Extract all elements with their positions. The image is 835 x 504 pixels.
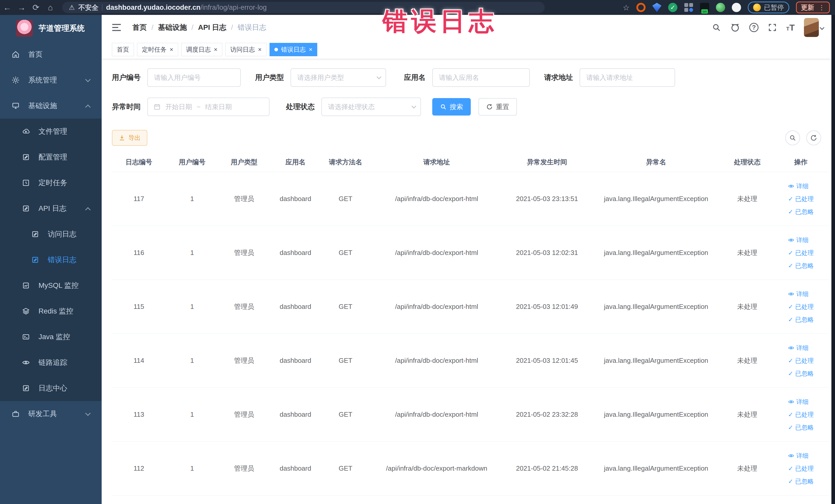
tab-home[interactable]: 首页 [112,43,134,56]
extension-icon-shield[interactable] [652,3,661,12]
mark-ignored-link[interactable]: ✓已忽略 [788,316,814,324]
start-date-placeholder[interactable]: 开始日期 [165,102,192,112]
extension-icon-paw[interactable] [732,3,741,12]
url-text[interactable]: dashboard.yudao.iocoder.cn/infra/log/api… [106,4,267,12]
close-icon[interactable]: × [170,46,173,53]
address-bar[interactable]: ⚠ 不安全 dashboard.yudao.iocoder.cn/infra/l… [62,2,545,13]
close-icon[interactable]: × [214,46,218,53]
avatar[interactable] [804,18,824,37]
sidebar-item-home[interactable]: 首页 [0,42,102,67]
home-icon[interactable]: ⌂ [43,3,58,12]
mark-ignored-link[interactable]: ✓已忽略 [788,423,814,431]
extension-icon-check[interactable]: ✓ [668,3,677,12]
sidebar-item-devtool[interactable]: 研发工具 [0,401,102,427]
sidebar-item-infra[interactable]: 基础设施 [0,93,102,119]
detail-link[interactable]: 详细 [788,451,809,460]
detail-link[interactable]: 详细 [788,398,809,406]
sidebar-item-redis[interactable]: Redis 监控 [0,298,102,324]
cell-app: dashboard [270,357,321,365]
cell-status: 未处理 [721,194,773,203]
sidebar-item-config[interactable]: 配置管理 [0,144,102,170]
detail-link[interactable]: 详细 [788,290,809,298]
bookmark-star-icon[interactable]: ☆ [623,3,630,12]
sidebar-item-label: Java 监控 [39,332,70,342]
sidebar-item-java[interactable]: Java 监控 [0,324,102,350]
sidebar-item-system[interactable]: 系统管理 [0,67,102,93]
sidebar-item-api-log[interactable]: API 日志 [0,196,102,221]
extensions-grid-icon[interactable] [684,3,693,12]
tab-error-log[interactable]: 错误日志 × [269,43,317,56]
github-icon[interactable] [730,23,740,32]
search-button[interactable]: 搜索 [432,98,471,116]
sidebar-item-job[interactable]: 定时任务 [0,170,102,196]
app-logo-row[interactable]: 芋道管理系统 [0,15,102,42]
reload-icon[interactable]: ⟳ [29,3,43,12]
kebab-menu-icon[interactable]: ⋮ [818,4,825,12]
security-warning-icon[interactable]: ⚠ [69,4,75,12]
close-icon[interactable]: × [309,46,312,53]
user-type-select-input[interactable] [290,68,386,87]
request-url-input[interactable] [579,68,675,87]
mark-ignored-link[interactable]: ✓已忽略 [788,477,814,485]
extension-icon-adblock[interactable] [636,3,646,12]
log-edit-icon [31,256,39,264]
tab-schedule-log[interactable]: 调度日志 × [181,43,222,56]
cell-method: GET [321,195,370,203]
mark-ignored-link[interactable]: ✓已忽略 [788,369,814,378]
detail-link[interactable]: 详细 [788,182,809,190]
mark-ignored-link[interactable]: ✓已忽略 [788,208,814,216]
cell-exception: java.lang.IllegalArgumentException [591,195,721,203]
mark-processed-link[interactable]: ✓已处理 [788,464,814,473]
clock-icon [22,179,30,187]
sidebar-item-mysql[interactable]: MySQL 监控 [0,273,102,298]
check-icon: ✓ [788,249,793,257]
sidebar-item-trace[interactable]: 链路追踪 [0,350,102,375]
eye-icon [788,183,794,189]
extension-icon-leaf[interactable] [716,3,725,12]
breadcrumb-home[interactable]: 首页 [133,23,147,32]
detail-link[interactable]: 详细 [788,236,809,244]
tab-job[interactable]: 定时任务 × [137,43,178,56]
hamburger-icon[interactable] [111,23,122,32]
mark-processed-link[interactable]: ✓已处理 [788,303,814,311]
breadcrumb-api-log[interactable]: API 日志 [198,23,226,32]
user-type-select[interactable] [290,68,386,87]
exception-time-range-picker[interactable]: 开始日期 ~ 结束日期 [147,98,269,116]
detail-link[interactable]: 详细 [788,344,809,352]
sidebar-item-label: MySQL 监控 [39,281,79,290]
tab-access-log[interactable]: 访问日志 × [225,43,266,56]
fullscreen-icon[interactable] [768,23,777,32]
mark-processed-link[interactable]: ✓已处理 [788,357,814,365]
user-id-input[interactable] [147,68,241,87]
app-name-input[interactable] [432,68,530,87]
mark-processed-link[interactable]: ✓已处理 [788,410,814,419]
forward-icon[interactable]: → [14,3,29,12]
mark-processed-link[interactable]: ✓已处理 [788,195,814,203]
reset-button[interactable]: 重置 [478,98,517,116]
sidebar-item-error-log[interactable]: 错误日志 [0,247,102,273]
export-button[interactable]: 导出 [112,130,147,146]
search-icon[interactable] [712,23,721,32]
end-date-placeholder[interactable]: 结束日期 [205,102,232,112]
extension-icon-tampermonkey[interactable]: on [700,3,709,12]
sidebar-item-file[interactable]: 文件管理 [0,119,102,144]
mark-ignored-link[interactable]: ✓已忽略 [788,262,814,270]
toggle-search-button[interactable] [785,130,800,145]
profile-paused-pill[interactable]: 已暂停 [748,2,789,13]
browser-update-button[interactable]: 更新 ⋮ [796,2,830,13]
cell-user-id: 1 [166,464,219,472]
close-icon[interactable]: × [258,46,262,53]
process-status-select[interactable] [321,98,421,116]
back-icon[interactable]: ← [0,3,14,12]
eye-icon [788,291,794,297]
scrollbar[interactable] [831,15,835,504]
font-size-icon[interactable]: TT [786,23,795,33]
sidebar-item-access-log[interactable]: 访问日志 [0,221,102,247]
process-status-select-input[interactable] [321,98,421,116]
breadcrumb-infra[interactable]: 基础设施 [158,23,187,32]
sidebar-item-log-center[interactable]: 日志中心 [0,375,102,401]
help-icon[interactable]: ? [749,23,758,32]
refresh-table-button[interactable] [806,130,821,145]
mark-processed-link[interactable]: ✓已处理 [788,249,814,257]
tab-label: 定时任务 [142,45,167,54]
